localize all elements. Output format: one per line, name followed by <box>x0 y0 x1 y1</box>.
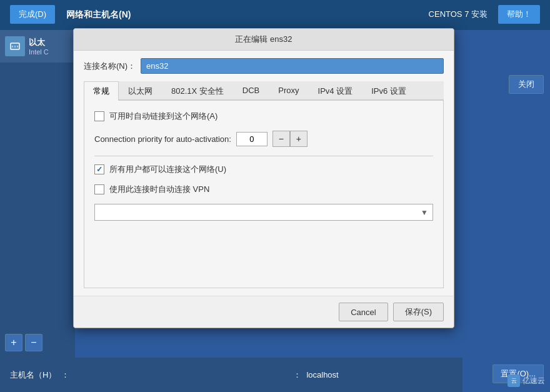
priority-increment-button[interactable]: + <box>290 131 308 147</box>
dialog-footer: Cancel 保存(S) <box>74 296 454 328</box>
network-item-info: 以太 Intel C <box>29 37 49 56</box>
dialog-body: 连接名称(N)： 常规 以太网 802.1X 安全性 DCB Proxy IPv… <box>74 51 454 296</box>
priority-decrement-button[interactable]: − <box>272 131 290 147</box>
tab-ipv6[interactable]: IPv6 设置 <box>362 81 416 101</box>
help-button[interactable]: 帮助！ <box>498 5 540 24</box>
priority-stepper: − + <box>272 131 308 147</box>
auto-vpn-label: 使用此连接时自动连接 VPN <box>109 184 209 195</box>
watermark-icon: 云 <box>508 374 520 387</box>
hostname-label: 主机名（H） <box>10 369 56 381</box>
auto-connect-label: 可用时自动链接到这个网络(A) <box>109 111 218 122</box>
tab-ethernet[interactable]: 以太网 <box>119 81 162 101</box>
auto-vpn-checkbox[interactable] <box>94 184 104 194</box>
connection-name-row: 连接名称(N)： <box>84 58 444 74</box>
edit-dialog: 正在编辑 ens32 连接名称(N)： 常规 以太网 802.1X 安全性 DC… <box>73 28 454 328</box>
tab-dcb[interactable]: DCB <box>233 81 269 101</box>
watermark: 云 亿速云 <box>508 374 545 387</box>
vpn-dropdown[interactable] <box>94 204 433 221</box>
conn-name-input[interactable] <box>141 58 444 74</box>
page-title: 网络和主机名(N) <box>66 9 131 21</box>
tab-general[interactable]: 常规 <box>84 81 119 101</box>
tab-content-general: 可用时自动链接到这个网络(A) Connection priority for … <box>84 101 444 288</box>
priority-input[interactable] <box>236 132 268 146</box>
dialog-title: 正在编辑 ens32 <box>235 34 292 44</box>
hostname-colon: ： <box>61 369 69 381</box>
tab-proxy[interactable]: Proxy <box>269 81 308 101</box>
top-bar: 完成(D) 网络和主机名(N) CENTOS 7 安装 帮助！ <box>0 0 550 30</box>
network-item-sublabel: Intel C <box>29 48 49 56</box>
hostname-area: 主机名（H） ： ： localhost <box>0 358 462 392</box>
tab-ipv4[interactable]: IPv4 设置 <box>309 81 362 101</box>
centos-label: CENTOS 7 安装 <box>429 9 488 20</box>
remove-network-button[interactable]: − <box>25 334 42 351</box>
auto-connect-row: 可用时自动链接到这个网络(A) <box>94 111 433 122</box>
tabs-bar: 常规 以太网 802.1X 安全性 DCB Proxy IPv4 设置 IPv6… <box>84 81 444 101</box>
cancel-button[interactable]: Cancel <box>339 303 388 321</box>
conn-name-label: 连接名称(N)： <box>84 61 136 72</box>
priority-row: Connection priority for auto-activation:… <box>94 131 433 147</box>
auto-connect-checkbox[interactable] <box>94 111 104 121</box>
add-network-button[interactable]: + <box>5 334 22 351</box>
network-item-label: 以太 <box>29 37 49 48</box>
all-users-label: 所有用户都可以连接这个网络(U) <box>109 164 226 175</box>
watermark-text: 亿速云 <box>522 376 545 386</box>
auto-vpn-row: 使用此连接时自动连接 VPN <box>94 184 433 195</box>
divider-1 <box>94 156 433 156</box>
close-button[interactable]: 关闭 <box>509 75 544 94</box>
tab-security[interactable]: 802.1X 安全性 <box>162 81 233 101</box>
ethernet-icon <box>5 36 25 56</box>
save-button[interactable]: 保存(S) <box>393 303 444 321</box>
network-item-ethernet[interactable]: 以太 Intel C <box>0 30 75 63</box>
hostname-value: localhost <box>306 370 338 379</box>
dialog-titlebar: 正在编辑 ens32 <box>74 29 454 51</box>
vpn-dropdown-wrapper: ▼ <box>94 204 433 221</box>
all-users-checkbox[interactable] <box>94 164 104 174</box>
complete-button[interactable]: 完成(D) <box>10 5 55 24</box>
hostname-separator: ： <box>293 369 301 381</box>
priority-label: Connection priority for auto-activation: <box>94 134 231 144</box>
all-users-row: 所有用户都可以连接这个网络(U) <box>94 164 433 175</box>
